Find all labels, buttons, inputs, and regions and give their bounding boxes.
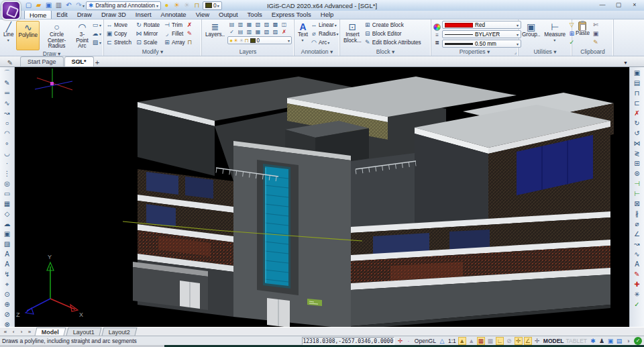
quick-layer-combo[interactable]: 0 ▾: [203, 1, 222, 10]
layer-tool-2[interactable]: ▥: [236, 21, 245, 28]
prev-layout-nav[interactable]: ‹: [9, 329, 17, 335]
layer-tool-5[interactable]: ▨: [262, 21, 271, 28]
array-button[interactable]: ⊞ Array: [164, 38, 185, 46]
mirror-icon[interactable]: ⋈: [632, 138, 643, 148]
layout-switch-icon[interactable]: ▤: [615, 337, 623, 345]
workspace-combo[interactable]: ✱ Drafting and Annotation ▾: [86, 1, 161, 10]
Draw[interactable]: Draw: [72, 10, 97, 19]
circle-button[interactable]: ○ Circle Center-Radius: [41, 21, 72, 50]
rectangle-icon[interactable]: ▭: [2, 189, 13, 199]
first-layout-nav[interactable]: «: [1, 329, 9, 335]
properties-panel-label[interactable]: Properties ▾: [431, 48, 518, 56]
layer-tool-8[interactable]: ✓: [227, 28, 236, 36]
group-button[interactable]: ▣ Group..: [521, 21, 541, 48]
lock-objects-icon[interactable]: ⊓: [632, 88, 643, 98]
multiline-icon[interactable]: ═: [2, 88, 13, 98]
layer-tool-10[interactable]: ▥: [245, 28, 254, 36]
modify-panel-label[interactable]: Modify ▾: [104, 48, 201, 56]
rotate-3d-icon[interactable]: ↺: [632, 128, 643, 138]
insert-block-button[interactable]: ⊡ Insert Block...: [342, 21, 363, 48]
matchprop-icon[interactable]: ✎: [632, 269, 643, 279]
revcloud-button[interactable]: ☁ ▾: [92, 30, 101, 38]
copy-button[interactable]: ▣ Copy: [106, 30, 131, 38]
create-block-button[interactable]: ⊞ Create Block: [364, 21, 421, 29]
color-wheel-icon[interactable]: [433, 23, 441, 31]
linetype-icon[interactable]: ≡: [435, 32, 439, 38]
arc-dim-button[interactable]: ◠ Arc ▾: [311, 38, 339, 46]
trim-icon[interactable]: ⊣: [632, 179, 643, 189]
user-icon[interactable]: ♟: [598, 337, 606, 345]
array-rect-icon[interactable]: ⊞: [632, 158, 643, 168]
paste-special-icon[interactable]: ▤: [632, 78, 643, 88]
coordinate-readout[interactable]: 12318.0308,-2657.0346,0.0000: [302, 337, 394, 345]
explode-icon[interactable]: ✳: [632, 289, 643, 299]
Insert[interactable]: Insert: [131, 10, 156, 19]
layer-tool-11[interactable]: ▦: [254, 28, 262, 36]
hatch-icon[interactable]: ▨: [2, 239, 13, 249]
erase-button[interactable]: ✗: [186, 21, 193, 29]
box-3d-icon[interactable]: ⊠: [632, 199, 643, 209]
ortho-toggle[interactable]: ∟: [496, 337, 504, 345]
polar-toggle[interactable]: ⊘: [505, 337, 513, 345]
arc-icon[interactable]: ◠: [2, 128, 13, 138]
layer-tool-7[interactable]: ◫: [280, 21, 288, 28]
minimize-button[interactable]: —: [594, 0, 610, 10]
polyline-arc-icon[interactable]: ⌒: [2, 68, 13, 78]
three-point-arc-button[interactable]: ◠ 3-Point Arc: [74, 21, 91, 50]
text-icon[interactable]: A: [2, 249, 13, 259]
Layout1[interactable]: Layout1: [66, 328, 102, 336]
tablet-toggle[interactable]: TABLET: [566, 338, 588, 344]
layers-manager-button[interactable]: ≣ Layers..: [204, 21, 226, 48]
layer-tool-4[interactable]: ▧: [254, 21, 262, 28]
osnap-toggle[interactable]: ✛: [515, 337, 523, 345]
freeze-icon[interactable]: ☀: [239, 38, 244, 44]
mtext-icon[interactable]: A: [2, 259, 13, 269]
rotate-button[interactable]: ↻ Rotate: [136, 21, 160, 29]
annotation-scale-value[interactable]: 1:1: [448, 338, 456, 344]
color-combo[interactable]: Red ▾: [442, 21, 521, 29]
image-icon[interactable]: ▦: [2, 199, 13, 209]
layer-tool-12[interactable]: ▧: [262, 28, 271, 36]
pedit-icon[interactable]: ↝: [632, 239, 643, 249]
undo-menu-arrow[interactable]: ▾: [83, 3, 85, 8]
zoom-window-icon[interactable]: ⊕: [2, 299, 13, 309]
trim-button[interactable]: ⊣ Trim: [164, 21, 185, 29]
rectangle-button[interactable]: ▭ ▾: [92, 21, 101, 29]
block-editor-button[interactable]: ⊟ Block Editor: [364, 30, 421, 38]
matchprop-button[interactable]: ✎: [186, 30, 193, 38]
radius-dim-button[interactable]: ⌀ Radius ▾: [311, 30, 339, 38]
block-panel-label[interactable]: Block ▾: [340, 48, 431, 56]
stretch-button[interactable]: ⊏ Stretch: [106, 38, 131, 46]
bulb-icon[interactable]: ●: [229, 38, 233, 44]
autoscale-toggle[interactable]: ▲: [468, 337, 476, 345]
layer-combo[interactable]: ● ☀ ☀ ⊓ 0 ▾: [227, 36, 292, 44]
save-icon[interactable]: ▣: [44, 1, 53, 10]
pan-icon[interactable]: ⌖: [2, 279, 13, 289]
grid-toggle[interactable]: ▦: [486, 337, 494, 345]
Start Page[interactable]: Start Page: [20, 56, 64, 66]
Home[interactable]: Home: [24, 10, 52, 19]
copy-object-icon[interactable]: ▣: [632, 68, 643, 78]
rotate-icon[interactable]: ↻: [632, 118, 643, 128]
Annotate[interactable]: Annotate: [156, 10, 191, 19]
new-tab-button[interactable]: +: [91, 58, 103, 66]
unlock-icon[interactable]: ⊓: [244, 38, 248, 44]
polyline-edit-icon[interactable]: ↝: [2, 108, 13, 118]
Layout2[interactable]: Layout2: [102, 328, 138, 336]
polygon-icon[interactable]: ◇: [2, 209, 13, 219]
Express Tools[interactable]: Express Tools: [267, 10, 316, 19]
point-icon[interactable]: ·: [2, 158, 13, 168]
spline-icon[interactable]: ∿: [2, 98, 13, 108]
break-icon[interactable]: ∦: [632, 209, 643, 219]
paste-button[interactable]: Paste: [574, 21, 591, 48]
circle-icon[interactable]: ○: [2, 118, 13, 128]
arc-continue-icon[interactable]: ◡: [2, 148, 13, 158]
crosshair-icon[interactable]: ✛: [396, 337, 405, 345]
sun-icon[interactable]: ☀: [172, 1, 181, 10]
revcloud-icon[interactable]: ☁: [2, 219, 13, 229]
mirror-3d-icon[interactable]: ≷: [632, 148, 643, 158]
donut-icon[interactable]: ◎: [2, 179, 13, 189]
block-icon[interactable]: ▣: [2, 229, 13, 239]
zoom-realtime-icon[interactable]: ⊙: [2, 289, 13, 299]
undo-icon[interactable]: ↶: [64, 1, 73, 10]
